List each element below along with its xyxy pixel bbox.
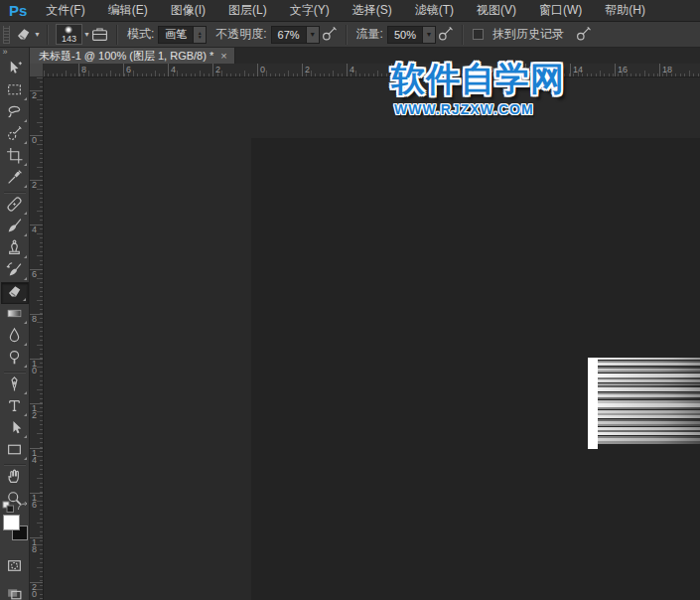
tools-list (1, 59, 29, 511)
history-brush-tool-button[interactable] (1, 260, 29, 282)
menu-item-0[interactable]: 文件(F) (35, 0, 96, 22)
blur-tool-icon (6, 327, 23, 348)
erase-to-history-label: 抹到历史记录 (492, 26, 564, 43)
shape-tool-icon (6, 441, 23, 462)
flow-dropdown[interactable]: 50% ▼ (387, 26, 436, 44)
ruler-corner (30, 64, 44, 77)
collapse-panel-icon[interactable]: » (3, 48, 6, 57)
marquee-tool-button[interactable] (1, 80, 29, 102)
menu-item-2[interactable]: 图像(I) (160, 0, 217, 22)
separator (346, 25, 347, 45)
menu-item-8[interactable]: 窗口(W) (528, 0, 594, 22)
hand-tool-icon (6, 468, 23, 489)
tool-separator (4, 464, 26, 465)
opacity-dropdown[interactable]: 67% ▼ (271, 26, 320, 44)
gradient-tool-icon (6, 305, 23, 326)
updown-arrows-icon[interactable]: ▲▼ (193, 27, 206, 43)
mode-dropdown[interactable]: 画笔 ▲▼ (158, 26, 207, 44)
pressure-size-icon[interactable] (574, 25, 594, 45)
history-brush-tool-icon (6, 261, 23, 282)
chevron-down-icon[interactable]: ▼ (83, 31, 90, 38)
menu-items: 文件(F)编辑(E)图像(I)图层(L)文字(Y)选择(S)滤镜(T)视图(V)… (35, 0, 657, 22)
erase-to-history-checkbox[interactable] (473, 29, 484, 40)
toggle-brush-panel-icon[interactable] (90, 25, 110, 45)
opacity-value: 67% (272, 29, 306, 41)
eraser-tool-button[interactable] (1, 282, 29, 304)
tool-panel: » (0, 48, 30, 600)
quick-mask-button[interactable] (1, 554, 29, 576)
path-select-tool-button[interactable] (1, 418, 29, 440)
options-bar-grip[interactable] (3, 26, 10, 44)
quick-select-tool-icon (6, 125, 23, 146)
gradient-tool-button[interactable] (1, 304, 29, 326)
eraser-tool-preset-icon[interactable] (13, 25, 33, 45)
shape-tool-button[interactable] (1, 440, 29, 462)
menu-item-3[interactable]: 图层(L) (217, 0, 279, 22)
vertical-ruler[interactable]: 202468101214161820 (30, 77, 44, 600)
close-icon[interactable]: × (220, 51, 226, 61)
menu-item-5[interactable]: 选择(S) (342, 0, 404, 22)
hand-tool-button[interactable] (1, 467, 29, 489)
opacity-label: 不透明度: (215, 26, 266, 43)
separator (116, 25, 117, 45)
chevron-down-icon[interactable]: ▼ (306, 27, 319, 43)
foreground-color-swatch[interactable] (3, 515, 20, 530)
type-tool-icon (6, 397, 23, 418)
flow-label: 流量: (356, 26, 383, 43)
pasteboard (44, 77, 700, 600)
eraser-tool-icon (6, 283, 23, 304)
dodge-tool-button[interactable] (1, 348, 29, 370)
tool-separator (4, 372, 26, 373)
streak-stripes (595, 358, 700, 444)
wind-streak-artwork (588, 358, 700, 449)
healing-brush-tool-icon (6, 196, 23, 217)
brush-tool-button[interactable] (1, 217, 29, 238)
blur-tool-button[interactable] (1, 326, 29, 348)
eyedropper-tool-icon (6, 169, 23, 190)
brush-tool-icon (6, 218, 23, 238)
airbrush-icon[interactable] (436, 25, 456, 45)
move-tool-button[interactable] (1, 59, 29, 80)
ps-logo: Ps (0, 2, 35, 19)
clone-stamp-tool-icon (6, 239, 23, 260)
document-title: 未标题-1 @ 100% (图层 1, RGB/8) * (39, 49, 213, 64)
menu-item-9[interactable]: 帮助(H) (594, 0, 657, 22)
options-bar: ▼ 143 ▼ 模式: 画笔 ▲▼ 不透明度: 67% ▼ 流量: 50% ▼ … (0, 22, 700, 48)
menu-item-1[interactable]: 编辑(E) (97, 0, 160, 22)
separator (462, 25, 463, 45)
document-canvas[interactable] (251, 138, 700, 600)
crop-tool-button[interactable] (1, 146, 29, 168)
lasso-tool-icon (6, 103, 23, 124)
dodge-tool-icon (6, 349, 23, 370)
document-tab-bar: 未标题-1 @ 100% (图层 1, RGB/8) * × (30, 48, 700, 64)
menu-bar: Ps 文件(F)编辑(E)图像(I)图层(L)文字(Y)选择(S)滤镜(T)视图… (0, 0, 700, 22)
pressure-opacity-icon[interactable] (320, 25, 340, 45)
color-controls (1, 513, 29, 546)
document-tab[interactable]: 未标题-1 @ 100% (图层 1, RGB/8) * × (30, 48, 235, 64)
healing-brush-tool-button[interactable] (1, 195, 29, 217)
menu-item-4[interactable]: 文字(Y) (279, 0, 342, 22)
menu-item-6[interactable]: 滤镜(T) (404, 0, 466, 22)
eyedropper-tool-button[interactable] (1, 168, 29, 190)
pen-tool-button[interactable] (1, 375, 29, 396)
tool-panel-header[interactable]: » (0, 48, 30, 57)
photoshop-window: Ps 文件(F)编辑(E)图像(I)图层(L)文字(Y)选择(S)滤镜(T)视图… (0, 0, 700, 600)
chevron-down-icon[interactable]: ▼ (34, 31, 41, 38)
brush-tip-icon (65, 26, 72, 34)
move-tool-icon (6, 60, 23, 80)
brush-preset-picker[interactable]: 143 (56, 24, 82, 45)
quick-select-tool-button[interactable] (1, 124, 29, 146)
lasso-tool-button[interactable] (1, 102, 29, 124)
screen-mode-button[interactable] (1, 582, 29, 600)
chevron-down-icon[interactable]: ▼ (422, 27, 435, 43)
horizontal-ruler[interactable]: 864202468101214161820 (44, 64, 700, 77)
type-tool-button[interactable] (1, 396, 29, 418)
separator (47, 25, 48, 45)
brush-size-value: 143 (62, 34, 76, 44)
clone-stamp-tool-button[interactable] (1, 238, 29, 260)
pen-tool-icon (6, 375, 23, 396)
path-select-tool-icon (6, 419, 23, 440)
crop-tool-icon (6, 147, 23, 168)
mode-value: 画笔 (159, 27, 193, 42)
menu-item-7[interactable]: 视图(V) (466, 0, 528, 22)
